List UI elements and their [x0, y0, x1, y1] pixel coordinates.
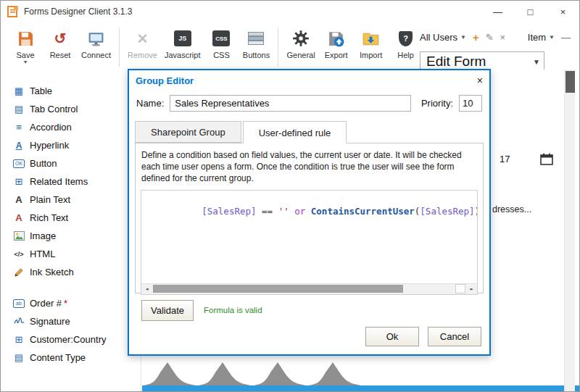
toolbar-separator: [278, 28, 278, 67]
import-button[interactable]: Import: [357, 27, 385, 59]
maximize-button[interactable]: □: [514, 1, 547, 22]
app-logo-icon: [7, 6, 19, 17]
dialog-footer: Ok Cancel: [365, 327, 481, 346]
sidebar-item-html[interactable]: </> HTML: [1, 245, 141, 263]
sidebar-item-hyperlink[interactable]: A Hyperlink: [1, 136, 141, 154]
javascript-icon: JS: [174, 27, 191, 50]
scrollbar-corner-gripper[interactable]: [455, 284, 465, 293]
ok-button[interactable]: Ok: [365, 327, 419, 346]
validation-message: Formula is valid: [204, 306, 262, 314]
app-window: Forms Designer Client 3.1.3 — □ × Save ▾…: [0, 0, 580, 392]
form-type-caret-icon[interactable]: ▼: [529, 58, 544, 66]
pencil-sketch-icon: [11, 267, 27, 278]
tab-user-defined-rule[interactable]: User-defined rule: [243, 121, 347, 143]
buttons-button[interactable]: Buttons: [242, 27, 270, 59]
dialog-header: Group Editor ×: [129, 70, 489, 86]
cancel-button[interactable]: Cancel: [428, 327, 481, 346]
scroll-right-arrow-icon[interactable]: ►: [466, 286, 477, 292]
rich-text-icon: A: [11, 212, 27, 223]
formula-token-field: [SalesRep]: [202, 206, 256, 217]
export-button[interactable]: Export: [323, 27, 350, 59]
formula-editor[interactable]: [SalesRep] == '' or ContainsCurrentUser(…: [141, 190, 478, 295]
connect-button[interactable]: Connect: [81, 27, 111, 59]
content-type-icon: ▤: [11, 352, 27, 363]
name-label: Name:: [136, 98, 164, 109]
name-input[interactable]: [170, 95, 411, 112]
dialog-tabs: Sharepoint Group User-defined rule: [135, 121, 489, 143]
accordion-icon: ≡: [11, 122, 27, 133]
sidebar-item-order[interactable]: ab Order # *: [1, 294, 141, 312]
delete-group-icon[interactable]: ×: [500, 32, 506, 43]
sidebar-item-customer-country[interactable]: ⊞ Customer:Country: [1, 330, 141, 349]
sidebar-item-button[interactable]: OK Button: [1, 154, 141, 172]
vertical-scrollbar-thumb[interactable]: [566, 71, 575, 93]
sidebar-item-plain-text[interactable]: A Plain Text: [1, 191, 141, 209]
save-button[interactable]: Save ▾: [12, 27, 39, 64]
plain-text-icon: A: [11, 194, 27, 205]
sidebar-item-table[interactable]: ▦ Table: [1, 82, 141, 100]
minimize-button[interactable]: —: [481, 1, 514, 22]
selection-highlight-bar: [142, 385, 580, 392]
lookup-field-icon: ⊞: [11, 334, 27, 345]
item-selector[interactable]: Item: [528, 32, 546, 43]
remove-item-icon[interactable]: —: [561, 32, 571, 43]
help-button[interactable]: ? Help: [392, 27, 420, 59]
connect-icon: [87, 27, 105, 50]
group-editor-dialog: Group Editor × Name: Priority: Sharepoin…: [128, 69, 491, 356]
sidebar-item-signature[interactable]: Signature: [1, 312, 141, 330]
sidebar-item-rich-text[interactable]: A Rich Text: [1, 209, 141, 227]
sidebar-item-content-type[interactable]: ▤ Content Type: [1, 349, 141, 367]
buttons-icon: [248, 27, 264, 50]
textbox-field-icon: ab: [13, 299, 25, 308]
tab-sharepoint-group[interactable]: Sharepoint Group: [135, 121, 241, 143]
priority-input[interactable]: [459, 95, 482, 112]
formula-token-keyword: or: [289, 206, 311, 217]
sidebar-item-related-items[interactable]: ⊞ Related Items: [1, 172, 141, 191]
button-control-icon: OK: [13, 159, 25, 168]
addresses-link[interactable]: dresses...: [492, 204, 531, 214]
css-button[interactable]: CSS CSS: [207, 27, 235, 59]
horizontal-scrollbar[interactable]: ◄ ►: [141, 283, 477, 294]
vertical-scrollbar[interactable]: [564, 70, 575, 392]
sidebar-item-image[interactable]: Image: [1, 227, 141, 245]
save-dropdown-caret[interactable]: ▾: [24, 59, 27, 64]
date-field-value: 17: [500, 154, 510, 164]
dialog-close-icon[interactable]: ×: [477, 75, 483, 86]
date-picker-icon[interactable]: [540, 153, 553, 165]
validate-row: Validate Formula is valid: [141, 300, 483, 321]
folder-icon: [362, 27, 380, 50]
css-icon: CSS: [212, 27, 230, 50]
general-button[interactable]: General: [286, 27, 315, 59]
form-type-value: Edit Form: [420, 54, 529, 70]
validate-button[interactable]: Validate: [141, 300, 194, 321]
toolbar-right-cluster: All Users ▼ + ✎ × Item ▼ — Edit Form ▼: [420, 31, 571, 72]
name-priority-row: Name: Priority:: [136, 95, 482, 112]
toolbar: Save ▾ ↺ Reset Connect ✕ Remove JS Javas…: [1, 22, 579, 70]
close-button[interactable]: ×: [547, 1, 579, 22]
sidebar-item-accordion[interactable]: ≡ Accordion: [1, 118, 141, 136]
formula-token-field: [SalesRep]: [420, 206, 474, 217]
priority-label: Priority:: [421, 98, 453, 109]
date-field[interactable]: 17: [500, 153, 553, 165]
horizontal-scrollbar-thumb[interactable]: [153, 285, 403, 293]
reset-button[interactable]: ↺ Reset: [46, 27, 74, 59]
rule-description: Define a condition based on field values…: [136, 143, 483, 186]
rule-panel: Define a condition based on field values…: [135, 143, 484, 293]
formula-token-paren: ): [475, 206, 478, 217]
edit-group-icon[interactable]: ✎: [486, 32, 494, 43]
required-asterisk: *: [64, 298, 67, 309]
scroll-left-arrow-icon[interactable]: ◄: [141, 286, 152, 292]
sidebar-item-ink-sketch[interactable]: Ink Sketch: [1, 263, 141, 281]
remove-button[interactable]: ✕ Remove: [128, 27, 157, 59]
user-group-selector[interactable]: All Users: [420, 32, 457, 43]
user-group-caret-icon[interactable]: ▼: [460, 34, 466, 41]
javascript-button[interactable]: JS Javascript: [165, 27, 201, 59]
formula-text: [SalesRep] == '' or ContainsCurrentUser(…: [141, 191, 477, 232]
image-icon: [11, 231, 27, 241]
sidebar-item-tab-control[interactable]: ▤ Tab Control: [1, 100, 141, 118]
item-caret-icon[interactable]: ▼: [549, 34, 555, 41]
formula-token-string: '': [278, 206, 289, 217]
window-title: Forms Designer Client 3.1.3: [24, 7, 132, 17]
add-group-icon[interactable]: +: [473, 31, 479, 43]
dialog-title: Group Editor: [136, 75, 194, 86]
